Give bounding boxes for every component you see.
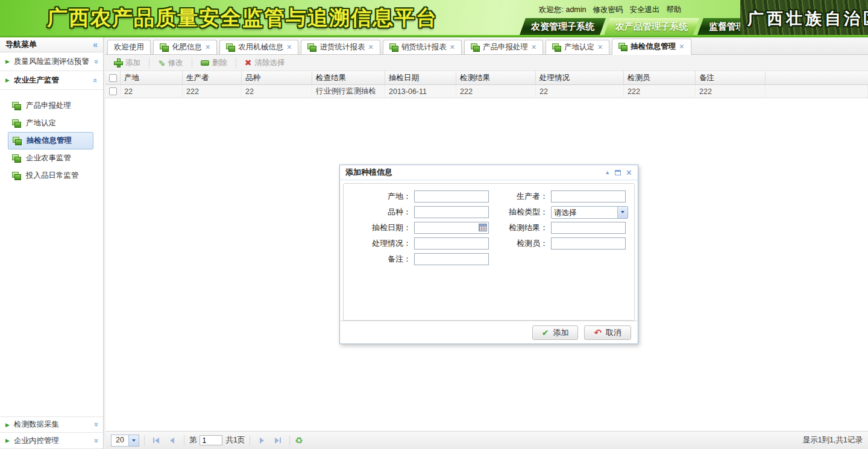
chevron-double-down-icon[interactable]: « [91, 59, 100, 63]
form-row: 产地： 生产者： [344, 190, 634, 203]
column-header[interactable]: 抽检日期 [385, 71, 456, 84]
sampling-type-select[interactable]: 请选择 [551, 206, 628, 219]
tab-purchase-report[interactable]: 进货统计报表 [301, 40, 380, 54]
collapse-dialog-icon[interactable] [605, 169, 610, 175]
sidebar-item-input-daily-supervision[interactable]: 投入品日常监管 [8, 167, 93, 184]
producer-field[interactable] [551, 190, 626, 203]
close-icon[interactable] [368, 43, 373, 51]
folder-icon [389, 43, 398, 52]
triangle-icon: ▶ [5, 58, 10, 64]
column-header[interactable]: 检测员 [624, 71, 696, 84]
folder-icon [618, 43, 627, 51]
column-header[interactable]: 品种 [242, 71, 312, 84]
folder-icon [552, 43, 561, 52]
subsystem-tab-agri-materials[interactable]: 农资管理子系统 [520, 18, 606, 35]
tabstrip: 欢迎使用 化肥信息 农用机械信息 进货统计报表 [105, 37, 868, 55]
close-icon[interactable] [205, 43, 210, 51]
chevron-double-down-icon[interactable]: « [91, 422, 100, 427]
sampling-type-value: 请选择 [552, 207, 617, 218]
triangle-icon: ▶ [5, 422, 10, 428]
first-page-button[interactable] [149, 435, 163, 447]
close-icon[interactable] [531, 43, 536, 51]
dialog-titlebar[interactable]: 添加种植信息 [340, 165, 638, 180]
sampling-date-field[interactable] [414, 222, 489, 234]
table-row[interactable]: 22 222 22 行业例行监测抽检 2013-06-11 222 22 222… [105, 85, 868, 98]
sidebar-group-risk-warning[interactable]: ▶ 质量风险监测评估预警 « [0, 52, 103, 71]
folder-icon [12, 102, 21, 110]
remarks-field[interactable] [414, 253, 489, 265]
sidebar-title: 导航菜单 [5, 39, 37, 50]
variety-field[interactable] [414, 206, 489, 218]
help-link[interactable]: 帮助 [667, 5, 682, 15]
last-page-button[interactable] [271, 435, 285, 447]
tab-sales-report[interactable]: 销货统计报表 [383, 40, 462, 54]
add-button[interactable]: 添加 [110, 57, 145, 69]
sidebar-item-product-declaration[interactable]: 产品申报处理 [8, 97, 93, 115]
subsystem-tabs: 农资管理子系统 农产品管理子系统 监督管理 [520, 18, 755, 35]
sidebar-group-internal-control[interactable]: ▶ 企业内控管理 « [0, 433, 103, 449]
prev-page-button[interactable] [166, 435, 179, 447]
column-header[interactable]: 处理情况 [536, 71, 624, 84]
test-result-field[interactable] [551, 222, 626, 234]
sidebar-item-enterprise-farming[interactable]: 企业农事监管 [8, 149, 93, 167]
handling-field[interactable] [414, 237, 489, 250]
tab-welcome[interactable]: 欢迎使用 [107, 40, 151, 54]
row-checkbox-cell [105, 85, 121, 98]
dialog-title: 添加种植信息 [345, 167, 392, 178]
maximize-dialog-icon[interactable] [615, 170, 621, 175]
column-header[interactable]: 产地 [121, 71, 183, 84]
select-all-checkbox[interactable] [109, 74, 117, 82]
edit-button[interactable]: 修改 [154, 57, 187, 69]
field-label: 检测员： [489, 238, 548, 249]
column-header[interactable]: 备注 [696, 71, 766, 84]
table-cell: 22 [121, 85, 183, 98]
change-password-link[interactable]: 修改密码 [593, 5, 623, 15]
next-page-button[interactable] [255, 435, 268, 447]
page-number-input[interactable] [200, 435, 222, 445]
chevron-double-down-icon[interactable]: « [91, 438, 100, 442]
tab-origin-certification[interactable]: 产地认定 [546, 40, 609, 54]
arrow-right-icon [275, 438, 279, 444]
tab-fertilizer-info[interactable]: 化肥信息 [153, 40, 217, 54]
column-header[interactable]: 检查结果 [312, 71, 385, 84]
pagination-separator [184, 435, 184, 445]
toolbar-separator [236, 58, 236, 68]
form-row: 处理情况： 检测员： [344, 237, 634, 250]
close-icon[interactable] [286, 43, 292, 51]
close-icon[interactable] [450, 43, 455, 51]
dialog-cancel-button[interactable]: 取消 [584, 325, 631, 340]
refresh-icon[interactable] [295, 435, 303, 446]
calendar-icon[interactable] [479, 224, 487, 231]
chevron-double-up-icon[interactable]: « [91, 78, 100, 82]
field-label: 备注： [344, 254, 411, 265]
column-header[interactable]: 检测结果 [456, 71, 536, 84]
row-checkbox[interactable] [109, 87, 117, 95]
close-dialog-icon[interactable] [626, 168, 632, 177]
sidebar-group-production-supervision[interactable]: ▶ 农业生产监管 « [0, 71, 103, 90]
origin-field[interactable] [414, 190, 489, 203]
pencil-icon [158, 58, 165, 68]
username: admin [565, 5, 586, 14]
sidebar-item-origin-certification[interactable]: 产地认定 [8, 115, 93, 132]
subsystem-tab-agri-products[interactable]: 农产品管理子系统 [604, 18, 699, 35]
first-page-icon [153, 438, 154, 443]
column-header[interactable]: 生产者 [183, 71, 242, 84]
field-label: 生产者： [489, 191, 548, 202]
dialog-add-button[interactable]: 添加 [532, 325, 579, 340]
sidebar-item-sampling-info[interactable]: 抽检信息管理 [8, 132, 93, 149]
close-icon[interactable] [597, 43, 603, 51]
sidebar-group-test-data-collection[interactable]: ▶ 检测数据采集 « [0, 416, 103, 433]
tab-machinery-info[interactable]: 农用机械信息 [219, 40, 298, 54]
tab-product-declaration[interactable]: 产品申报处理 [464, 40, 543, 54]
delete-button[interactable]: 删除 [197, 57, 231, 69]
inspector-field[interactable] [551, 237, 626, 250]
page-size-select[interactable]: 20 [111, 435, 139, 447]
logout-link[interactable]: 安全退出 [630, 5, 660, 15]
close-icon[interactable] [679, 43, 684, 51]
clear-selection-button[interactable]: 清除选择 [241, 57, 289, 69]
dialog-tools [605, 168, 632, 177]
page-total-label: 共1页 [225, 435, 245, 445]
sidebar-collapse-icon[interactable]: « [93, 40, 98, 49]
table-cell: 222 [696, 85, 766, 98]
tab-sampling-info[interactable]: 抽检信息管理 [612, 39, 691, 55]
